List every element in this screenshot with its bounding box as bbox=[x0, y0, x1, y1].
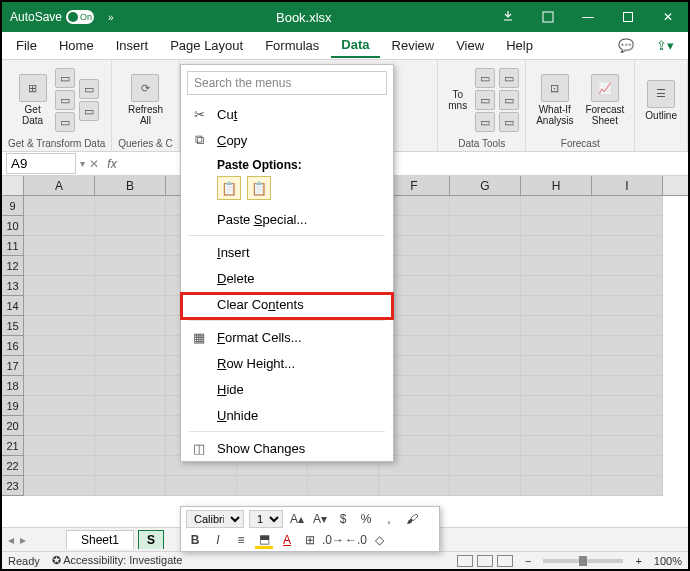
cell[interactable] bbox=[24, 396, 95, 416]
cell[interactable] bbox=[521, 456, 592, 476]
forecast-sheet-button[interactable]: 📈 Forecast Sheet bbox=[581, 72, 628, 128]
row-header[interactable]: 14 bbox=[2, 296, 24, 316]
cell[interactable] bbox=[24, 336, 95, 356]
cell[interactable] bbox=[95, 196, 166, 216]
cell[interactable] bbox=[521, 356, 592, 376]
get-data-button[interactable]: ⊞ Get Data bbox=[15, 72, 51, 128]
tab-formulas[interactable]: Formulas bbox=[255, 34, 329, 57]
cell[interactable] bbox=[450, 296, 521, 316]
row-header[interactable]: 11 bbox=[2, 236, 24, 256]
sheet-tab-active[interactable]: S bbox=[138, 530, 164, 549]
cell[interactable] bbox=[379, 476, 450, 496]
cell[interactable] bbox=[95, 316, 166, 336]
cell[interactable] bbox=[521, 416, 592, 436]
cell[interactable] bbox=[592, 376, 663, 396]
menu-row-height[interactable]: Row Height... bbox=[181, 350, 393, 376]
row-header[interactable]: 13 bbox=[2, 276, 24, 296]
tab-help[interactable]: Help bbox=[496, 34, 543, 57]
font-color-icon[interactable]: A bbox=[278, 531, 296, 549]
maximize-button[interactable] bbox=[608, 2, 648, 32]
menu-show-changes[interactable]: ◫Show Changes bbox=[181, 435, 393, 461]
cell[interactable] bbox=[237, 476, 308, 496]
cell[interactable] bbox=[450, 216, 521, 236]
cell[interactable] bbox=[521, 336, 592, 356]
text-to-columns-button[interactable]: To mns bbox=[444, 87, 471, 113]
menu-cut[interactable]: ✂Cut bbox=[181, 101, 393, 127]
col-header[interactable]: H bbox=[521, 176, 592, 195]
borders-icon[interactable]: ⊞ bbox=[301, 531, 319, 549]
menu-format-cells[interactable]: ▦Format Cells... bbox=[181, 324, 393, 350]
cell[interactable] bbox=[592, 196, 663, 216]
cell[interactable] bbox=[592, 336, 663, 356]
cell[interactable] bbox=[592, 416, 663, 436]
tab-insert[interactable]: Insert bbox=[106, 34, 159, 57]
cell[interactable] bbox=[95, 296, 166, 316]
sheet-nav-next-icon[interactable]: ▸ bbox=[20, 533, 26, 547]
row-header[interactable]: 9 bbox=[2, 196, 24, 216]
minimize-button[interactable]: — bbox=[568, 2, 608, 32]
cell[interactable] bbox=[521, 476, 592, 496]
page-break-view-icon[interactable] bbox=[497, 555, 513, 567]
cell[interactable] bbox=[24, 356, 95, 376]
align-icon[interactable]: ≡ bbox=[232, 531, 250, 549]
cell[interactable] bbox=[24, 476, 95, 496]
cell[interactable] bbox=[24, 216, 95, 236]
col-header[interactable]: B bbox=[95, 176, 166, 195]
cell[interactable] bbox=[24, 236, 95, 256]
cell[interactable] bbox=[24, 316, 95, 336]
sheet-tab[interactable]: Sheet1 bbox=[66, 530, 134, 549]
cell[interactable] bbox=[592, 476, 663, 496]
col-header[interactable]: A bbox=[24, 176, 95, 195]
cell[interactable] bbox=[95, 376, 166, 396]
tab-data[interactable]: Data bbox=[331, 33, 379, 58]
paste-values-icon[interactable]: 📋 bbox=[247, 176, 271, 200]
cell[interactable] bbox=[521, 236, 592, 256]
comma-icon[interactable]: , bbox=[380, 510, 398, 528]
tab-file[interactable]: File bbox=[6, 34, 47, 57]
cell[interactable] bbox=[95, 256, 166, 276]
cell[interactable] bbox=[450, 416, 521, 436]
row-header[interactable]: 21 bbox=[2, 436, 24, 456]
cell[interactable] bbox=[24, 416, 95, 436]
cell[interactable] bbox=[450, 456, 521, 476]
cell[interactable] bbox=[592, 356, 663, 376]
cell[interactable] bbox=[95, 356, 166, 376]
cell[interactable] bbox=[521, 256, 592, 276]
cell[interactable] bbox=[24, 276, 95, 296]
page-layout-view-icon[interactable] bbox=[477, 555, 493, 567]
cell[interactable] bbox=[24, 376, 95, 396]
existing-conn-icon[interactable]: ▭ bbox=[79, 101, 99, 121]
col-header[interactable]: I bbox=[592, 176, 663, 195]
cell[interactable] bbox=[521, 276, 592, 296]
menu-hide[interactable]: Hide bbox=[181, 376, 393, 402]
what-if-button[interactable]: ⊡ What-If Analysis bbox=[532, 72, 577, 128]
cell[interactable] bbox=[450, 436, 521, 456]
select-all-corner[interactable] bbox=[2, 176, 24, 195]
autosave-toggle[interactable]: AutoSave On bbox=[2, 10, 102, 24]
currency-icon[interactable]: $ bbox=[334, 510, 352, 528]
name-box[interactable] bbox=[6, 153, 76, 174]
from-web-icon[interactable]: ▭ bbox=[55, 90, 75, 110]
bold-icon[interactable]: B bbox=[186, 531, 204, 549]
row-header[interactable]: 19 bbox=[2, 396, 24, 416]
data-val-icon[interactable]: ▭ bbox=[475, 112, 495, 132]
cell[interactable] bbox=[521, 396, 592, 416]
cell[interactable] bbox=[450, 196, 521, 216]
menu-copy[interactable]: ⧉Copy bbox=[181, 127, 393, 153]
cell[interactable] bbox=[450, 276, 521, 296]
cancel-formula-icon[interactable]: ✕ bbox=[85, 157, 103, 171]
cell[interactable] bbox=[95, 416, 166, 436]
cell[interactable] bbox=[95, 436, 166, 456]
cell[interactable] bbox=[95, 476, 166, 496]
cell[interactable] bbox=[592, 316, 663, 336]
zoom-slider[interactable] bbox=[543, 559, 623, 563]
cell[interactable] bbox=[592, 456, 663, 476]
cell[interactable] bbox=[95, 276, 166, 296]
menu-delete[interactable]: Delete bbox=[181, 265, 393, 291]
increase-decimal-icon[interactable]: ←.0 bbox=[347, 531, 365, 549]
cell[interactable] bbox=[450, 316, 521, 336]
cell[interactable] bbox=[592, 216, 663, 236]
cell[interactable] bbox=[592, 236, 663, 256]
cell[interactable] bbox=[592, 436, 663, 456]
cell[interactable] bbox=[166, 476, 237, 496]
